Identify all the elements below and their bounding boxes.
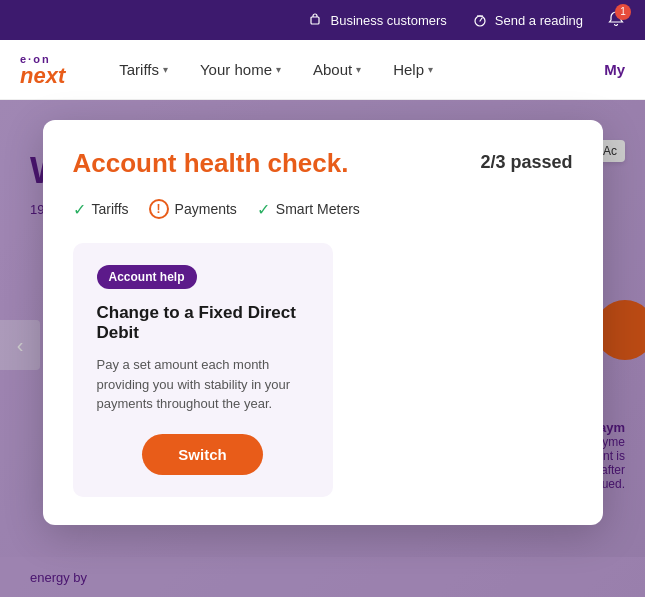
your-home-label: Your home [200, 61, 272, 78]
check-label-tariffs: Tariffs [92, 201, 129, 217]
check-label-payments: Payments [175, 201, 237, 217]
modal-card: Account health check. 2/3 passed ✓ Tarif… [43, 120, 603, 525]
check-item-smart-meters: ✓ Smart Meters [257, 200, 360, 219]
inner-card-desc: Pay a set amount each month providing yo… [97, 355, 309, 414]
notification-link[interactable]: 1 [607, 10, 625, 31]
tariffs-chevron-icon: ▾ [163, 64, 168, 75]
about-chevron-icon: ▾ [356, 64, 361, 75]
modal-header: Account health check. 2/3 passed [73, 148, 573, 179]
send-reading-link[interactable]: Send a reading [471, 11, 583, 29]
check-label-smart-meters: Smart Meters [276, 201, 360, 217]
nav-item-my[interactable]: My [604, 61, 625, 78]
account-help-badge: Account help [97, 265, 197, 289]
nav-item-your-home[interactable]: Your home ▾ [186, 53, 295, 86]
check-ok-icon-smart-meters: ✓ [257, 200, 270, 219]
nav-item-help[interactable]: Help ▾ [379, 53, 447, 86]
modal-title: Account health check. [73, 148, 349, 179]
switch-button[interactable]: Switch [142, 434, 262, 475]
top-bar: Business customers Send a reading 1 [0, 0, 645, 40]
business-customers-link[interactable]: Business customers [306, 11, 446, 29]
tariffs-label: Tariffs [119, 61, 159, 78]
main-nav: e·on next Tariffs ▾ Your home ▾ About ▾ … [0, 40, 645, 100]
meter-icon [471, 11, 489, 29]
logo-next: next [20, 65, 65, 87]
check-item-payments: ! Payments [149, 199, 237, 219]
modal-passed: 2/3 passed [480, 152, 572, 173]
modal-overlay: Account health check. 2/3 passed ✓ Tarif… [0, 100, 645, 597]
help-label: Help [393, 61, 424, 78]
send-reading-label: Send a reading [495, 13, 583, 28]
nav-items: Tariffs ▾ Your home ▾ About ▾ Help ▾ [105, 53, 604, 86]
inner-card-title: Change to a Fixed Direct Debit [97, 303, 309, 343]
about-label: About [313, 61, 352, 78]
logo[interactable]: e·on next [20, 53, 65, 87]
help-chevron-icon: ▾ [428, 64, 433, 75]
nav-item-tariffs[interactable]: Tariffs ▾ [105, 53, 182, 86]
check-items: ✓ Tariffs ! Payments ✓ Smart Meters [73, 199, 573, 219]
svg-rect-0 [311, 17, 319, 24]
briefcase-icon [306, 11, 324, 29]
check-warn-icon-payments: ! [149, 199, 169, 219]
nav-item-about[interactable]: About ▾ [299, 53, 375, 86]
inner-card: Account help Change to a Fixed Direct De… [73, 243, 333, 497]
check-ok-icon-tariffs: ✓ [73, 200, 86, 219]
business-customers-label: Business customers [330, 13, 446, 28]
notification-badge: 1 [615, 4, 631, 20]
your-home-chevron-icon: ▾ [276, 64, 281, 75]
check-item-tariffs: ✓ Tariffs [73, 200, 129, 219]
